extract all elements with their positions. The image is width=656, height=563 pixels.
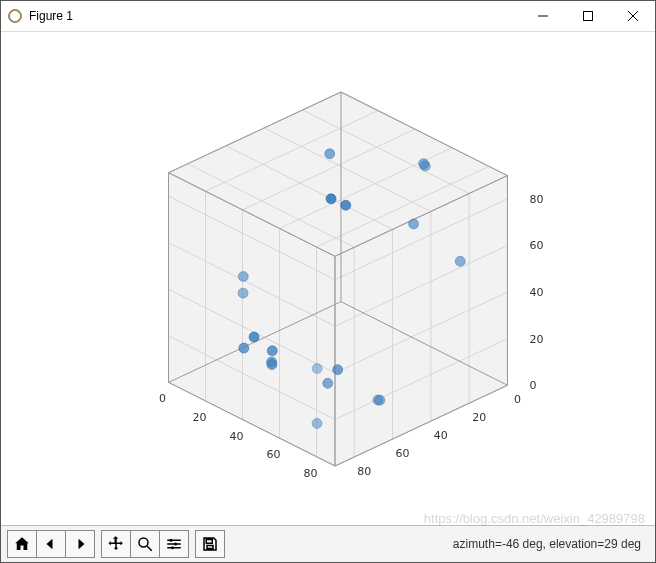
svg-text:60: 60 bbox=[529, 239, 543, 252]
svg-text:40: 40 bbox=[529, 286, 543, 299]
zoom-button[interactable] bbox=[131, 531, 160, 557]
svg-text:60: 60 bbox=[396, 447, 410, 460]
svg-point-69 bbox=[238, 288, 248, 298]
titlebar: Figure 1 bbox=[1, 1, 655, 32]
pan-button[interactable] bbox=[102, 531, 131, 557]
svg-point-75 bbox=[419, 159, 429, 169]
svg-point-73 bbox=[455, 256, 465, 266]
window-title: Figure 1 bbox=[29, 9, 520, 23]
svg-point-2 bbox=[7, 8, 23, 24]
svg-point-82 bbox=[239, 343, 249, 353]
window-buttons bbox=[520, 1, 655, 31]
svg-point-72 bbox=[375, 395, 385, 405]
svg-text:80: 80 bbox=[304, 467, 318, 480]
svg-line-88 bbox=[147, 546, 152, 551]
view-group bbox=[101, 530, 189, 558]
svg-text:40: 40 bbox=[230, 430, 244, 443]
figure-window: Figure 1 020406080020406080020406080 htt… bbox=[0, 0, 656, 563]
svg-point-87 bbox=[139, 538, 148, 547]
svg-point-93 bbox=[174, 543, 177, 546]
svg-point-68 bbox=[312, 418, 322, 428]
svg-point-83 bbox=[267, 346, 277, 356]
svg-point-71 bbox=[238, 272, 248, 282]
svg-text:80: 80 bbox=[357, 465, 371, 478]
save-button[interactable] bbox=[196, 531, 224, 557]
app-icon bbox=[7, 8, 23, 24]
svg-point-94 bbox=[171, 546, 174, 549]
svg-text:20: 20 bbox=[193, 411, 207, 424]
svg-text:0: 0 bbox=[514, 393, 521, 406]
svg-text:80: 80 bbox=[529, 193, 543, 206]
svg-rect-4 bbox=[583, 12, 592, 21]
subplots-button[interactable] bbox=[160, 531, 188, 557]
svg-point-78 bbox=[325, 149, 335, 159]
maximize-button[interactable] bbox=[565, 1, 610, 31]
svg-text:0: 0 bbox=[159, 392, 166, 405]
save-group bbox=[195, 530, 225, 558]
svg-point-80 bbox=[333, 365, 343, 375]
svg-point-85 bbox=[341, 200, 351, 210]
svg-point-81 bbox=[267, 360, 277, 370]
back-button[interactable] bbox=[37, 531, 66, 557]
svg-text:40: 40 bbox=[434, 429, 448, 442]
toolbar: azimuth=-46 deg, elevation=29 deg bbox=[1, 525, 655, 562]
svg-text:20: 20 bbox=[529, 333, 543, 346]
svg-point-86 bbox=[326, 194, 336, 204]
forward-button[interactable] bbox=[66, 531, 94, 557]
svg-point-84 bbox=[249, 332, 259, 342]
svg-point-76 bbox=[409, 219, 419, 229]
plot-area[interactable]: 020406080020406080020406080 bbox=[1, 32, 655, 525]
svg-point-92 bbox=[170, 539, 173, 542]
home-button[interactable] bbox=[8, 531, 37, 557]
svg-text:0: 0 bbox=[529, 379, 536, 392]
svg-text:60: 60 bbox=[267, 448, 281, 461]
nav-group bbox=[7, 530, 95, 558]
scatter-3d-chart[interactable]: 020406080020406080020406080 bbox=[1, 32, 655, 525]
close-button[interactable] bbox=[610, 1, 655, 31]
svg-text:20: 20 bbox=[472, 411, 486, 424]
view-status: azimuth=-46 deg, elevation=29 deg bbox=[453, 537, 649, 551]
svg-point-67 bbox=[312, 364, 322, 374]
minimize-button[interactable] bbox=[520, 1, 565, 31]
svg-point-77 bbox=[323, 378, 333, 388]
